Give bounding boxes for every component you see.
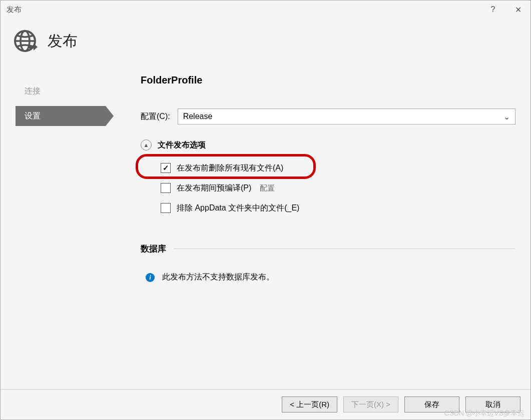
sidebar: 连接 设置	[1, 68, 116, 389]
main-panel: FolderProfile 配置(C): Release ⌄ ▲ 文件发布选项	[116, 68, 530, 389]
publish-globe-icon	[13, 28, 38, 54]
option-label: 在发布前删除所有现有文件(A)	[177, 163, 283, 174]
sidebar-item-settings[interactable]: 设置	[16, 106, 106, 126]
help-button[interactable]: ?	[480, 0, 505, 18]
checkbox-delete-existing[interactable]	[161, 163, 171, 173]
config-value: Release	[183, 112, 213, 121]
collapse-toggle[interactable]: ▲	[141, 140, 152, 150]
publish-dialog: 发布 ? ✕ 发布 连接 设置	[0, 0, 531, 420]
info-icon: i	[146, 273, 155, 282]
option-label: 在发布期间预编译(P)	[177, 183, 251, 194]
option-delete-existing[interactable]: 在发布前删除所有现有文件(A)	[161, 158, 515, 178]
next-button: 下一页(X) >	[343, 396, 398, 412]
configure-link[interactable]: 配置	[260, 184, 275, 193]
database-info-row: i 此发布方法不支持数据库发布。	[141, 272, 515, 282]
titlebar: 发布 ? ✕	[1, 0, 530, 18]
option-exclude-appdata[interactable]: 排除 AppData 文件夹中的文件(_E)	[161, 198, 515, 218]
file-options-title: 文件发布选项	[158, 140, 206, 150]
divider	[174, 248, 515, 249]
database-title: 数据库	[141, 243, 166, 254]
sidebar-item-connection[interactable]: 连接	[16, 81, 116, 101]
header: 发布	[1, 18, 530, 68]
page-title: 发布	[48, 31, 78, 52]
watermark: CSDN @小幸运VS多幸运	[444, 409, 524, 418]
checkbox-precompile[interactable]	[161, 183, 171, 193]
chevron-up-icon: ▲	[144, 142, 149, 148]
profile-name: FolderProfile	[141, 74, 515, 86]
sidebar-item-label: 设置	[25, 111, 41, 122]
option-label: 排除 AppData 文件夹中的文件(_E)	[177, 203, 299, 214]
window-title: 发布	[7, 5, 22, 14]
svg-marker-3	[34, 44, 38, 50]
checkbox-exclude-appdata[interactable]	[161, 203, 171, 213]
option-precompile[interactable]: 在发布期间预编译(P) 配置	[161, 178, 515, 198]
config-dropdown[interactable]: Release ⌄	[178, 108, 515, 124]
chevron-down-icon: ⌄	[503, 112, 510, 122]
prev-button[interactable]: < 上一页(R)	[282, 396, 337, 412]
sidebar-item-label: 连接	[25, 86, 41, 96]
svg-rect-4	[29, 46, 34, 48]
database-section-header: 数据库	[141, 243, 515, 254]
file-options: 在发布前删除所有现有文件(A) 在发布期间预编译(P) 配置 排除 AppDat…	[141, 158, 515, 218]
close-button[interactable]: ✕	[505, 0, 530, 18]
database-info-text: 此发布方法不支持数据库发布。	[162, 272, 274, 282]
config-label: 配置(C):	[141, 112, 170, 122]
